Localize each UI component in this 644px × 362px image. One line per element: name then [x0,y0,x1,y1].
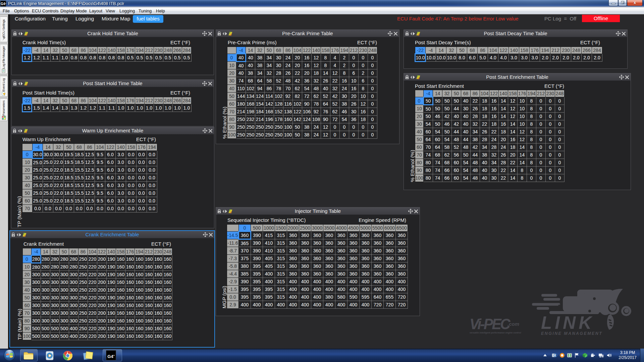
svg-text:LINK: LINK [541,313,595,333]
svg-text:ENGINE MANAGEMENT: ENGINE MANAGEMENT [541,331,602,336]
